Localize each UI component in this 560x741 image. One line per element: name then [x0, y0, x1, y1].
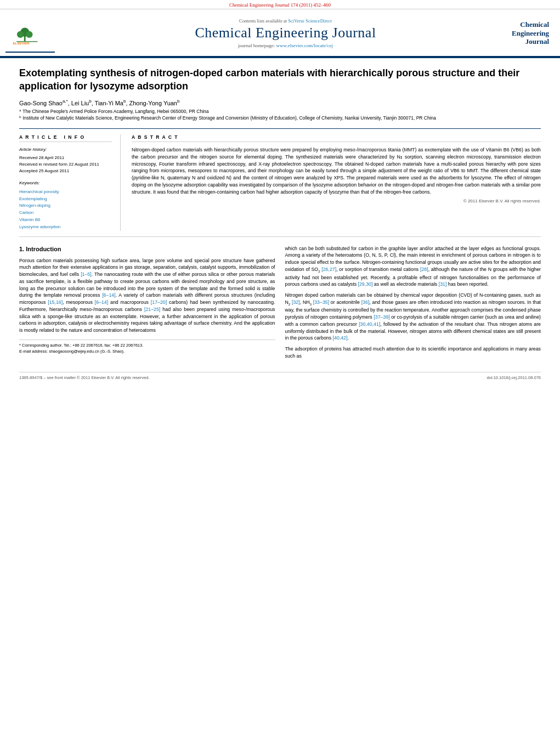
- journal-right-logo: Chemical Engineering Journal: [505, 20, 549, 46]
- keyword-2[interactable]: Exotemplating: [19, 196, 112, 203]
- introduction-section: 1. Introduction Porous carbon materials …: [19, 245, 541, 364]
- ref-26-27[interactable]: [26,27]: [321, 267, 336, 272]
- keyword-1[interactable]: Hierarchical porosity: [19, 189, 112, 196]
- keyword-4[interactable]: Carbon: [19, 210, 112, 217]
- authors-line: Gao-Song Shaoa,*, Lei Liub, Tian-Yi Mab,…: [19, 99, 541, 106]
- intro-para-right-3: The adsorption of proteins has attracted…: [285, 346, 541, 360]
- intro-para-right-2: Nitrogen doped carbon materials can be o…: [285, 292, 541, 342]
- ref-29-30[interactable]: [29,30]: [358, 281, 373, 287]
- revised-date: Received in revised form 22 August 2011: [19, 162, 99, 167]
- affiliation-a: ᵃ The Chinese People's Armed Police Forc…: [19, 109, 541, 115]
- sciverse-link[interactable]: SciVerse ScienceDirect: [288, 18, 332, 24]
- svg-rect-1: [24, 36, 26, 42]
- svg-point-3: [17, 31, 24, 38]
- accepted-date: Accepted 25 August 2011: [19, 168, 69, 173]
- intro-para-1: Porous carbon materials possessing high …: [19, 257, 275, 334]
- intro-heading: 1. Introduction: [19, 245, 275, 254]
- ref-32[interactable]: [32]: [292, 299, 300, 305]
- article-info-abstract: A R T I C L E I N F O Article history: R…: [19, 128, 541, 237]
- svg-text:ELSEVIER: ELSEVIER: [13, 41, 30, 45]
- homepage-link[interactable]: www.elsevier.com/locate/cej: [276, 43, 333, 48]
- ref-21-25[interactable]: [21–25]: [144, 307, 160, 312]
- article-info-label: A R T I C L E I N F O: [19, 134, 112, 142]
- elsevier-logo: ELSEVIER: [5, 14, 55, 53]
- article-info-col: A R T I C L E I N F O Article history: R…: [19, 134, 121, 231]
- ref-30-40-41[interactable]: [30,40,41]: [359, 321, 380, 327]
- body-col-right: which can be both substituted for carbon…: [285, 245, 541, 364]
- footnote-email: E-mail address: shaogaosong@wjey.edu.cn …: [19, 349, 275, 355]
- journal-center-block: Contents lists available at SciVerse Sci…: [66, 18, 505, 48]
- affiliations: ᵃ The Chinese People's Armed Police Forc…: [19, 109, 541, 122]
- footer-doi: doi:10.1016/j.cej.2011.08.076: [487, 375, 541, 380]
- keyword-5[interactable]: Vitamin B6: [19, 217, 112, 224]
- keyword-3[interactable]: Nitrogen-doping: [19, 202, 112, 210]
- ref-6-14[interactable]: [6–14]: [102, 292, 115, 298]
- abstract-col: A B S T R A C T Nitrogen-doped carbon ma…: [132, 134, 541, 231]
- homepage-line: journal homepage: www.elsevier.com/locat…: [66, 43, 505, 48]
- ref-31[interactable]: [31]: [439, 281, 447, 287]
- article-title: Exotemplating synthesis of nitrogen-dope…: [19, 66, 541, 93]
- article-container: Exotemplating synthesis of nitrogen-dope…: [0, 58, 560, 391]
- ref-37-39[interactable]: [37–39]: [374, 314, 389, 320]
- footer-issn: 1385-8947/$ – see front matter © 2011 El…: [19, 375, 149, 380]
- received-date: Received 28 April 2011: [19, 155, 64, 160]
- abstract-label: A B S T R A C T: [132, 134, 541, 142]
- bottom-footer: 1385-8947/$ – see front matter © 2011 El…: [19, 372, 541, 380]
- affiliation-b: ᵇ Institute of New Catalytic Materials S…: [19, 115, 541, 122]
- ref-36[interactable]: [36]: [361, 299, 370, 305]
- ref-15-16[interactable]: [15,16]: [48, 299, 63, 305]
- journal-citation: Chemical Engineering Journal 174 (2011) …: [229, 2, 331, 8]
- body-col-left: 1. Introduction Porous carbon materials …: [19, 245, 275, 364]
- svg-point-4: [26, 31, 32, 38]
- article-history: Article history: Received 28 April 2011 …: [19, 146, 112, 174]
- intro-para-right-1: which can be both substituted for carbon…: [285, 245, 541, 288]
- ref-40-42[interactable]: [40,42]: [333, 335, 348, 341]
- copyright: © 2011 Elsevier B.V. All rights reserved…: [132, 199, 541, 203]
- keywords-section: Keywords: Hierarchical porosity Exotempl…: [19, 180, 112, 231]
- ref-1-5[interactable]: [1–5]: [81, 271, 92, 277]
- abstract-text: Nitrogen-doped carbon materials with hie…: [132, 146, 541, 195]
- ref-28[interactable]: [28]: [420, 267, 428, 272]
- keyword-6[interactable]: Lysozyme adsorption: [19, 224, 112, 231]
- ref-6-14b[interactable]: [6–14]: [95, 299, 108, 305]
- journal-header: ELSEVIER Contents lists available at Sci…: [0, 9, 560, 57]
- journal-title: Chemical Engineering Journal: [66, 25, 505, 41]
- footnote-corresponding: * Corresponding author. Tel.: +86 22 206…: [19, 343, 275, 349]
- ref-17-20[interactable]: [17–20]: [151, 299, 167, 305]
- sciverse-line: Contents lists available at SciVerse Sci…: [66, 18, 505, 24]
- ref-33-35[interactable]: [33–35]: [313, 299, 329, 305]
- footnote: * Corresponding author. Tel.: +86 22 206…: [19, 340, 275, 355]
- journal-citation-bar: Chemical Engineering Journal 174 (2011) …: [0, 0, 560, 9]
